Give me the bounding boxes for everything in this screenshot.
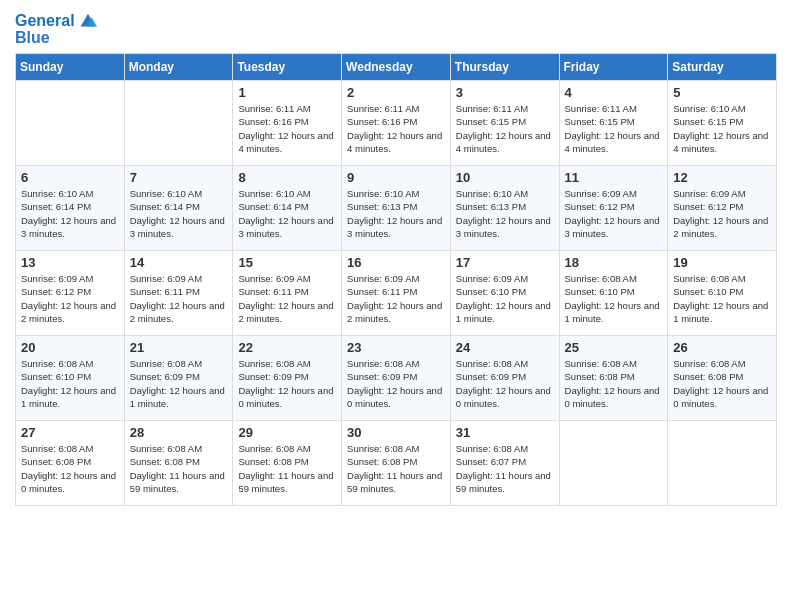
day-detail: Sunrise: 6:09 AM Sunset: 6:11 PM Dayligh…: [238, 272, 336, 325]
calendar-cell: 14Sunrise: 6:09 AM Sunset: 6:11 PM Dayli…: [124, 251, 233, 336]
day-number: 23: [347, 340, 445, 355]
day-number: 22: [238, 340, 336, 355]
day-number: 27: [21, 425, 119, 440]
day-detail: Sunrise: 6:08 AM Sunset: 6:09 PM Dayligh…: [238, 357, 336, 410]
weekday-tuesday: Tuesday: [233, 54, 342, 81]
weekday-friday: Friday: [559, 54, 668, 81]
day-detail: Sunrise: 6:08 AM Sunset: 6:09 PM Dayligh…: [130, 357, 228, 410]
calendar-cell: 22Sunrise: 6:08 AM Sunset: 6:09 PM Dayli…: [233, 336, 342, 421]
day-number: 24: [456, 340, 554, 355]
day-detail: Sunrise: 6:09 AM Sunset: 6:11 PM Dayligh…: [130, 272, 228, 325]
day-detail: Sunrise: 6:08 AM Sunset: 6:10 PM Dayligh…: [673, 272, 771, 325]
calendar-cell: [559, 421, 668, 506]
day-detail: Sunrise: 6:08 AM Sunset: 6:07 PM Dayligh…: [456, 442, 554, 495]
day-detail: Sunrise: 6:08 AM Sunset: 6:08 PM Dayligh…: [565, 357, 663, 410]
day-number: 19: [673, 255, 771, 270]
calendar-cell: 8Sunrise: 6:10 AM Sunset: 6:14 PM Daylig…: [233, 166, 342, 251]
calendar-cell: 28Sunrise: 6:08 AM Sunset: 6:08 PM Dayli…: [124, 421, 233, 506]
calendar-cell: 9Sunrise: 6:10 AM Sunset: 6:13 PM Daylig…: [342, 166, 451, 251]
day-number: 30: [347, 425, 445, 440]
calendar-cell: 23Sunrise: 6:08 AM Sunset: 6:09 PM Dayli…: [342, 336, 451, 421]
day-number: 18: [565, 255, 663, 270]
day-detail: Sunrise: 6:11 AM Sunset: 6:16 PM Dayligh…: [347, 102, 445, 155]
day-detail: Sunrise: 6:08 AM Sunset: 6:08 PM Dayligh…: [673, 357, 771, 410]
day-detail: Sunrise: 6:09 AM Sunset: 6:12 PM Dayligh…: [565, 187, 663, 240]
day-number: 28: [130, 425, 228, 440]
calendar-cell: 25Sunrise: 6:08 AM Sunset: 6:08 PM Dayli…: [559, 336, 668, 421]
calendar-cell: [16, 81, 125, 166]
calendar-cell: 21Sunrise: 6:08 AM Sunset: 6:09 PM Dayli…: [124, 336, 233, 421]
day-detail: Sunrise: 6:10 AM Sunset: 6:13 PM Dayligh…: [347, 187, 445, 240]
day-detail: Sunrise: 6:09 AM Sunset: 6:12 PM Dayligh…: [21, 272, 119, 325]
day-detail: Sunrise: 6:09 AM Sunset: 6:12 PM Dayligh…: [673, 187, 771, 240]
calendar-cell: 4Sunrise: 6:11 AM Sunset: 6:15 PM Daylig…: [559, 81, 668, 166]
day-number: 29: [238, 425, 336, 440]
weekday-sunday: Sunday: [16, 54, 125, 81]
calendar-cell: 19Sunrise: 6:08 AM Sunset: 6:10 PM Dayli…: [668, 251, 777, 336]
calendar-week-4: 20Sunrise: 6:08 AM Sunset: 6:10 PM Dayli…: [16, 336, 777, 421]
day-number: 21: [130, 340, 228, 355]
calendar-cell: 12Sunrise: 6:09 AM Sunset: 6:12 PM Dayli…: [668, 166, 777, 251]
weekday-monday: Monday: [124, 54, 233, 81]
calendar-cell: 10Sunrise: 6:10 AM Sunset: 6:13 PM Dayli…: [450, 166, 559, 251]
day-detail: Sunrise: 6:10 AM Sunset: 6:15 PM Dayligh…: [673, 102, 771, 155]
day-number: 25: [565, 340, 663, 355]
day-detail: Sunrise: 6:08 AM Sunset: 6:08 PM Dayligh…: [130, 442, 228, 495]
calendar-table: SundayMondayTuesdayWednesdayThursdayFrid…: [15, 53, 777, 506]
day-detail: Sunrise: 6:08 AM Sunset: 6:09 PM Dayligh…: [456, 357, 554, 410]
calendar-cell: 16Sunrise: 6:09 AM Sunset: 6:11 PM Dayli…: [342, 251, 451, 336]
day-detail: Sunrise: 6:08 AM Sunset: 6:08 PM Dayligh…: [238, 442, 336, 495]
logo-text2: Blue: [15, 28, 50, 47]
calendar-cell: [124, 81, 233, 166]
calendar-cell: 17Sunrise: 6:09 AM Sunset: 6:10 PM Dayli…: [450, 251, 559, 336]
calendar-cell: 26Sunrise: 6:08 AM Sunset: 6:08 PM Dayli…: [668, 336, 777, 421]
day-number: 5: [673, 85, 771, 100]
day-detail: Sunrise: 6:08 AM Sunset: 6:10 PM Dayligh…: [21, 357, 119, 410]
day-detail: Sunrise: 6:08 AM Sunset: 6:08 PM Dayligh…: [21, 442, 119, 495]
day-detail: Sunrise: 6:10 AM Sunset: 6:14 PM Dayligh…: [21, 187, 119, 240]
day-number: 14: [130, 255, 228, 270]
day-detail: Sunrise: 6:11 AM Sunset: 6:15 PM Dayligh…: [456, 102, 554, 155]
page: General Blue SundayMondayTuesdayWednesda…: [0, 0, 792, 612]
day-number: 4: [565, 85, 663, 100]
calendar-cell: 24Sunrise: 6:08 AM Sunset: 6:09 PM Dayli…: [450, 336, 559, 421]
calendar-cell: 7Sunrise: 6:10 AM Sunset: 6:14 PM Daylig…: [124, 166, 233, 251]
day-number: 26: [673, 340, 771, 355]
weekday-header-row: SundayMondayTuesdayWednesdayThursdayFrid…: [16, 54, 777, 81]
day-detail: Sunrise: 6:09 AM Sunset: 6:11 PM Dayligh…: [347, 272, 445, 325]
calendar-cell: 30Sunrise: 6:08 AM Sunset: 6:08 PM Dayli…: [342, 421, 451, 506]
day-number: 17: [456, 255, 554, 270]
calendar-cell: 18Sunrise: 6:08 AM Sunset: 6:10 PM Dayli…: [559, 251, 668, 336]
calendar-cell: 31Sunrise: 6:08 AM Sunset: 6:07 PM Dayli…: [450, 421, 559, 506]
day-number: 31: [456, 425, 554, 440]
day-number: 2: [347, 85, 445, 100]
logo-icon: [77, 10, 99, 32]
day-detail: Sunrise: 6:10 AM Sunset: 6:14 PM Dayligh…: [238, 187, 336, 240]
day-detail: Sunrise: 6:08 AM Sunset: 6:10 PM Dayligh…: [565, 272, 663, 325]
day-detail: Sunrise: 6:08 AM Sunset: 6:09 PM Dayligh…: [347, 357, 445, 410]
day-number: 1: [238, 85, 336, 100]
calendar-week-3: 13Sunrise: 6:09 AM Sunset: 6:12 PM Dayli…: [16, 251, 777, 336]
calendar-cell: 29Sunrise: 6:08 AM Sunset: 6:08 PM Dayli…: [233, 421, 342, 506]
day-detail: Sunrise: 6:11 AM Sunset: 6:16 PM Dayligh…: [238, 102, 336, 155]
calendar-cell: 20Sunrise: 6:08 AM Sunset: 6:10 PM Dayli…: [16, 336, 125, 421]
calendar-cell: 13Sunrise: 6:09 AM Sunset: 6:12 PM Dayli…: [16, 251, 125, 336]
calendar-cell: [668, 421, 777, 506]
calendar-week-5: 27Sunrise: 6:08 AM Sunset: 6:08 PM Dayli…: [16, 421, 777, 506]
calendar-cell: 15Sunrise: 6:09 AM Sunset: 6:11 PM Dayli…: [233, 251, 342, 336]
day-number: 3: [456, 85, 554, 100]
day-number: 8: [238, 170, 336, 185]
weekday-wednesday: Wednesday: [342, 54, 451, 81]
day-number: 15: [238, 255, 336, 270]
calendar-cell: 11Sunrise: 6:09 AM Sunset: 6:12 PM Dayli…: [559, 166, 668, 251]
day-number: 16: [347, 255, 445, 270]
logo: General Blue: [15, 10, 99, 47]
day-number: 10: [456, 170, 554, 185]
calendar-cell: 2Sunrise: 6:11 AM Sunset: 6:16 PM Daylig…: [342, 81, 451, 166]
calendar-week-1: 1Sunrise: 6:11 AM Sunset: 6:16 PM Daylig…: [16, 81, 777, 166]
day-number: 13: [21, 255, 119, 270]
day-detail: Sunrise: 6:08 AM Sunset: 6:08 PM Dayligh…: [347, 442, 445, 495]
day-number: 6: [21, 170, 119, 185]
weekday-saturday: Saturday: [668, 54, 777, 81]
day-detail: Sunrise: 6:11 AM Sunset: 6:15 PM Dayligh…: [565, 102, 663, 155]
